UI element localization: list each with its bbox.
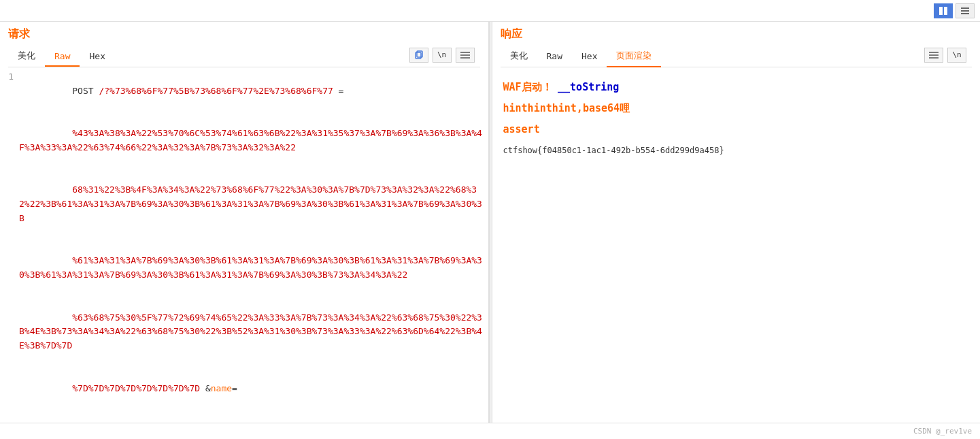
tab-hex-req[interactable]: Hex — [80, 47, 114, 67]
response-title: 响应 — [501, 27, 973, 42]
split-view-icon[interactable] — [934, 3, 953, 18]
ctfshow-line: ctfshow{f04850c1-1ac1-492b-b554-6dd299d9… — [503, 142, 970, 159]
tab-beautify-res[interactable]: 美化 — [501, 46, 537, 67]
req-newline-btn[interactable]: \n — [433, 48, 452, 63]
line-1: 1 POST /?%73%68%6F%77%5B%73%68%6F%77%2E%… — [5, 70, 483, 423]
credit-text: CSDN @_rev1ve — [913, 427, 972, 436]
bottom-bar: CSDN @_rev1ve — [0, 423, 980, 439]
request-panel: 请求 美化 Raw Hex \n — [0, 22, 489, 423]
req-copy-btn[interactable] — [409, 48, 428, 63]
svg-rect-2 — [961, 7, 969, 9]
response-panel: 响应 美化 Raw Hex 页面渲染 \n WAF启动！ __toString — [492, 22, 981, 423]
tab-beautify-req[interactable]: 美化 — [8, 46, 45, 67]
tab-render-res[interactable]: 页面渲染 — [607, 46, 661, 67]
svg-rect-3 — [961, 10, 969, 12]
tab-hex-res[interactable]: Hex — [572, 47, 607, 67]
waf-line: WAF启动！ __toString — [503, 78, 970, 97]
res-newline-btn[interactable]: \n — [947, 48, 966, 63]
tab-raw-req[interactable]: Raw — [45, 47, 80, 67]
top-bar — [0, 0, 980, 22]
assert-line: assert — [503, 120, 970, 139]
request-title: 请求 — [8, 27, 480, 42]
svg-rect-4 — [961, 13, 969, 14]
request-content: 1 POST /?%73%68%6F%77%5B%73%68%6F%77%2E%… — [0, 67, 488, 423]
tab-raw-res[interactable]: Raw — [537, 47, 572, 67]
layout-icon[interactable] — [956, 3, 975, 18]
hint-line: hinthinthint,base64哩 — [503, 99, 970, 118]
req-menu-btn[interactable] — [456, 48, 475, 63]
svg-rect-1 — [944, 7, 947, 15]
res-menu-btn[interactable] — [924, 48, 943, 63]
svg-rect-0 — [939, 7, 943, 15]
response-content: WAF启动！ __toString hinthinthint,base64哩 a… — [492, 67, 981, 423]
